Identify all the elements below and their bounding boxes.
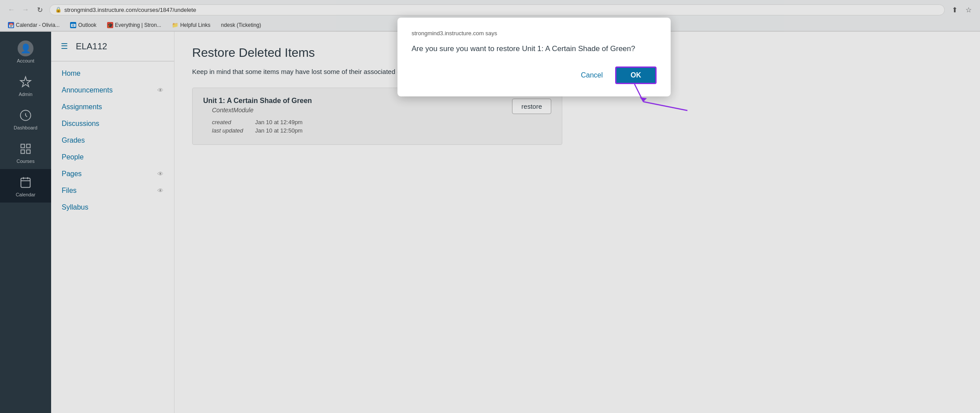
modal-message: Are you sure you want to restore Unit 1:… (412, 44, 657, 54)
modal-cancel-button[interactable]: Cancel (575, 68, 608, 83)
modal-dialog: strongmind3.instructure.com says Are you… (397, 18, 671, 96)
svg-line-9 (635, 84, 643, 102)
modal-overlay: strongmind3.instructure.com says Are you… (0, 0, 980, 413)
modal-ok-button[interactable]: OK (615, 66, 657, 84)
svg-line-10 (643, 102, 687, 111)
modal-origin: strongmind3.instructure.com says (412, 30, 657, 37)
modal-actions: Cancel OK (412, 66, 657, 84)
arrow-annotation (630, 80, 701, 115)
svg-marker-11 (640, 97, 647, 102)
